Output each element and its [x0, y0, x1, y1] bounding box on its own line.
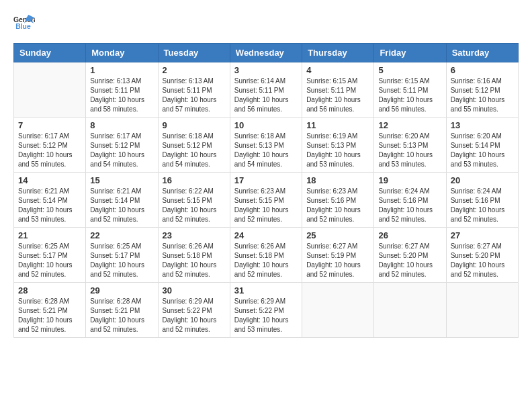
day-info: Sunrise: 6:17 AM Sunset: 5:12 PM Dayligh… — [90, 132, 153, 169]
day-info: Sunrise: 6:29 AM Sunset: 5:22 PM Dayligh… — [163, 297, 226, 334]
day-info: Sunrise: 6:24 AM Sunset: 5:16 PM Dayligh… — [378, 187, 441, 224]
logo: General Blue — [13, 13, 35, 32]
calendar-body: 1Sunrise: 6:13 AM Sunset: 5:11 PM Daylig… — [14, 62, 519, 338]
day-info: Sunrise: 6:23 AM Sunset: 5:16 PM Dayligh… — [306, 187, 369, 224]
day-info: Sunrise: 6:26 AM Sunset: 5:18 PM Dayligh… — [163, 242, 226, 279]
day-number: 1 — [90, 65, 153, 75]
calendar-cell: 2Sunrise: 6:13 AM Sunset: 5:11 PM Daylig… — [158, 62, 230, 118]
day-info: Sunrise: 6:27 AM Sunset: 5:20 PM Dayligh… — [378, 242, 441, 279]
day-number: 4 — [306, 65, 369, 75]
logo-icon: General Blue — [13, 13, 35, 32]
week-row-2: 7Sunrise: 6:17 AM Sunset: 5:12 PM Daylig… — [14, 118, 519, 173]
day-info: Sunrise: 6:22 AM Sunset: 5:15 PM Dayligh… — [163, 187, 226, 224]
day-number: 21 — [18, 230, 81, 240]
calendar-cell: 30Sunrise: 6:29 AM Sunset: 5:22 PM Dayli… — [158, 283, 230, 338]
day-number: 3 — [234, 65, 298, 75]
day-info: Sunrise: 6:18 AM Sunset: 5:12 PM Dayligh… — [163, 132, 226, 169]
day-info: Sunrise: 6:25 AM Sunset: 5:17 PM Dayligh… — [18, 242, 81, 279]
calendar-cell: 6Sunrise: 6:16 AM Sunset: 5:12 PM Daylig… — [446, 62, 518, 118]
svg-text:Blue: Blue — [15, 23, 31, 30]
day-info: Sunrise: 6:18 AM Sunset: 5:13 PM Dayligh… — [234, 132, 298, 169]
day-number: 24 — [234, 230, 298, 240]
day-info: Sunrise: 6:27 AM Sunset: 5:19 PM Dayligh… — [306, 242, 369, 279]
calendar-cell — [374, 283, 446, 338]
calendar-cell: 14Sunrise: 6:21 AM Sunset: 5:14 PM Dayli… — [14, 173, 86, 228]
day-header-saturday: Saturday — [446, 44, 518, 62]
day-info: Sunrise: 6:24 AM Sunset: 5:16 PM Dayligh… — [451, 187, 514, 224]
calendar-cell: 23Sunrise: 6:26 AM Sunset: 5:18 PM Dayli… — [158, 228, 230, 283]
day-number: 30 — [163, 285, 226, 295]
calendar-cell: 27Sunrise: 6:27 AM Sunset: 5:20 PM Dayli… — [446, 228, 518, 283]
day-info: Sunrise: 6:15 AM Sunset: 5:11 PM Dayligh… — [306, 77, 369, 114]
week-row-1: 1Sunrise: 6:13 AM Sunset: 5:11 PM Daylig… — [14, 62, 519, 118]
day-info: Sunrise: 6:27 AM Sunset: 5:20 PM Dayligh… — [451, 242, 514, 279]
day-number: 31 — [234, 285, 298, 295]
week-row-5: 28Sunrise: 6:28 AM Sunset: 5:21 PM Dayli… — [14, 283, 519, 338]
calendar-cell — [14, 62, 86, 118]
day-number: 20 — [451, 175, 514, 185]
day-info: Sunrise: 6:26 AM Sunset: 5:18 PM Dayligh… — [234, 242, 298, 279]
calendar-cell: 9Sunrise: 6:18 AM Sunset: 5:12 PM Daylig… — [158, 118, 230, 173]
day-number: 6 — [451, 65, 514, 75]
calendar-cell: 26Sunrise: 6:27 AM Sunset: 5:20 PM Dayli… — [374, 228, 446, 283]
day-number: 18 — [306, 175, 369, 185]
day-number: 28 — [18, 285, 81, 295]
day-header-wednesday: Wednesday — [230, 44, 302, 62]
day-number: 27 — [451, 230, 514, 240]
calendar-cell: 22Sunrise: 6:25 AM Sunset: 5:17 PM Dayli… — [86, 228, 158, 283]
calendar-cell: 17Sunrise: 6:23 AM Sunset: 5:15 PM Dayli… — [230, 173, 302, 228]
days-header-row: SundayMondayTuesdayWednesdayThursdayFrid… — [14, 44, 519, 62]
day-number: 19 — [378, 175, 441, 185]
day-info: Sunrise: 6:15 AM Sunset: 5:11 PM Dayligh… — [378, 77, 441, 114]
calendar-cell — [302, 283, 374, 338]
day-number: 22 — [90, 230, 153, 240]
day-info: Sunrise: 6:28 AM Sunset: 5:21 PM Dayligh… — [90, 297, 153, 334]
day-header-thursday: Thursday — [302, 44, 374, 62]
day-number: 11 — [306, 120, 369, 130]
calendar-cell: 4Sunrise: 6:15 AM Sunset: 5:11 PM Daylig… — [302, 62, 374, 118]
day-number: 15 — [90, 175, 153, 185]
calendar-cell: 1Sunrise: 6:13 AM Sunset: 5:11 PM Daylig… — [86, 62, 158, 118]
day-info: Sunrise: 6:20 AM Sunset: 5:14 PM Dayligh… — [451, 132, 514, 169]
calendar-cell: 20Sunrise: 6:24 AM Sunset: 5:16 PM Dayli… — [446, 173, 518, 228]
day-number: 17 — [234, 175, 298, 185]
day-header-monday: Monday — [86, 44, 158, 62]
calendar-cell: 19Sunrise: 6:24 AM Sunset: 5:16 PM Dayli… — [374, 173, 446, 228]
calendar-cell: 11Sunrise: 6:19 AM Sunset: 5:13 PM Dayli… — [302, 118, 374, 173]
calendar-cell: 29Sunrise: 6:28 AM Sunset: 5:21 PM Dayli… — [86, 283, 158, 338]
day-info: Sunrise: 6:16 AM Sunset: 5:12 PM Dayligh… — [451, 77, 514, 114]
day-header-tuesday: Tuesday — [158, 44, 230, 62]
day-header-sunday: Sunday — [14, 44, 86, 62]
day-info: Sunrise: 6:21 AM Sunset: 5:14 PM Dayligh… — [18, 187, 81, 224]
day-number: 8 — [90, 120, 153, 130]
week-row-3: 14Sunrise: 6:21 AM Sunset: 5:14 PM Dayli… — [14, 173, 519, 228]
day-number: 23 — [163, 230, 226, 240]
day-number: 9 — [163, 120, 226, 130]
day-number: 12 — [378, 120, 441, 130]
calendar-cell: 24Sunrise: 6:26 AM Sunset: 5:18 PM Dayli… — [230, 228, 302, 283]
calendar-cell: 16Sunrise: 6:22 AM Sunset: 5:15 PM Dayli… — [158, 173, 230, 228]
day-number: 7 — [18, 120, 81, 130]
calendar-cell: 21Sunrise: 6:25 AM Sunset: 5:17 PM Dayli… — [14, 228, 86, 283]
calendar-cell: 8Sunrise: 6:17 AM Sunset: 5:12 PM Daylig… — [86, 118, 158, 173]
week-row-4: 21Sunrise: 6:25 AM Sunset: 5:17 PM Dayli… — [14, 228, 519, 283]
day-number: 10 — [234, 120, 298, 130]
calendar-cell: 28Sunrise: 6:28 AM Sunset: 5:21 PM Dayli… — [14, 283, 86, 338]
day-info: Sunrise: 6:25 AM Sunset: 5:17 PM Dayligh… — [90, 242, 153, 279]
calendar-cell: 12Sunrise: 6:20 AM Sunset: 5:13 PM Dayli… — [374, 118, 446, 173]
day-info: Sunrise: 6:28 AM Sunset: 5:21 PM Dayligh… — [18, 297, 81, 334]
calendar-cell — [446, 283, 518, 338]
calendar-cell: 18Sunrise: 6:23 AM Sunset: 5:16 PM Dayli… — [302, 173, 374, 228]
day-number: 14 — [18, 175, 81, 185]
day-info: Sunrise: 6:23 AM Sunset: 5:15 PM Dayligh… — [234, 187, 298, 224]
calendar-cell: 15Sunrise: 6:21 AM Sunset: 5:14 PM Dayli… — [86, 173, 158, 228]
calendar-cell: 5Sunrise: 6:15 AM Sunset: 5:11 PM Daylig… — [374, 62, 446, 118]
day-info: Sunrise: 6:13 AM Sunset: 5:11 PM Dayligh… — [163, 77, 226, 114]
calendar: SundayMondayTuesdayWednesdayThursdayFrid… — [13, 43, 519, 338]
day-info: Sunrise: 6:20 AM Sunset: 5:13 PM Dayligh… — [378, 132, 441, 169]
day-header-friday: Friday — [374, 44, 446, 62]
calendar-cell: 13Sunrise: 6:20 AM Sunset: 5:14 PM Dayli… — [446, 118, 518, 173]
day-number: 25 — [306, 230, 369, 240]
day-info: Sunrise: 6:29 AM Sunset: 5:22 PM Dayligh… — [234, 297, 298, 334]
day-number: 26 — [378, 230, 441, 240]
